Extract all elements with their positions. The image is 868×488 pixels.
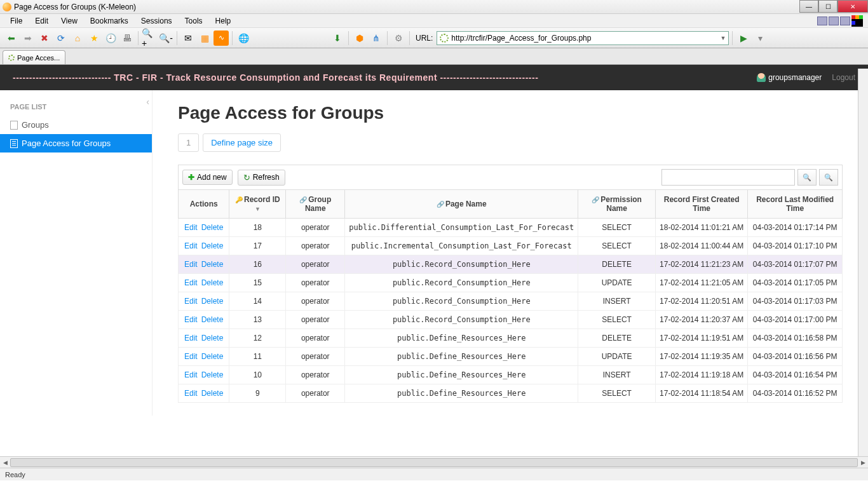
history-button[interactable]: 🕘	[103, 30, 118, 46]
edit-link[interactable]: Edit	[182, 334, 200, 342]
col-group-name[interactable]: 🔗Group Name	[286, 190, 345, 219]
thumb-icon[interactable]	[840, 17, 850, 25]
edit-link[interactable]: Edit	[182, 223, 200, 232]
delete-link[interactable]: Delete	[200, 315, 226, 324]
delete-link[interactable]: Delete	[200, 389, 226, 398]
col-created[interactable]: Record First Created Time	[655, 190, 747, 219]
logout-link[interactable]: Logout	[832, 73, 855, 82]
edit-link[interactable]: Edit	[182, 297, 200, 306]
edit-link[interactable]: Edit	[182, 352, 200, 361]
cell-actions: EditDelete	[179, 237, 229, 255]
menu-sessions[interactable]: Sessions	[136, 15, 177, 27]
page-icon[interactable]: ▦	[197, 30, 212, 46]
dropdown-icon[interactable]: ▼	[720, 35, 726, 41]
cell-perm: INSERT	[578, 366, 656, 384]
horizontal-scrollbar[interactable]: ◀ ▶	[0, 456, 868, 468]
search-user-button[interactable]: 🔍	[819, 169, 838, 186]
search-input[interactable]	[661, 169, 795, 186]
edit-link[interactable]: Edit	[182, 370, 200, 379]
minimize-button[interactable]: —	[799, 0, 818, 13]
globe-icon[interactable]: 🌐	[236, 30, 251, 46]
col-actions[interactable]: Actions	[179, 190, 229, 219]
print-button[interactable]: 🖶	[119, 30, 135, 46]
delete-link[interactable]: Delete	[200, 241, 226, 250]
edit-link[interactable]: Edit	[182, 241, 200, 250]
close-button[interactable]: ✕	[837, 0, 868, 13]
sidebar-item-page-access[interactable]: Page Access for Groups	[0, 134, 152, 152]
col-modified[interactable]: Record Last Modified Time	[748, 190, 843, 219]
col-record-id[interactable]: 🔑Record ID ▼	[229, 190, 286, 219]
edit-link[interactable]: Edit	[182, 278, 200, 287]
statusbar: Ready	[0, 468, 868, 480]
add-new-button[interactable]: ✚Add new	[182, 170, 233, 185]
favorites-button[interactable]: ★	[86, 30, 102, 46]
cell-created: 17-02-2014 11:21:23 AM	[655, 255, 747, 274]
sidebar-item-groups[interactable]: Groups	[0, 116, 152, 134]
cell-actions: EditDelete	[179, 219, 229, 237]
home-button[interactable]: ⌂	[70, 30, 85, 46]
settings-icon[interactable]: ⚙	[391, 30, 406, 46]
menu-tools[interactable]: Tools	[180, 15, 208, 27]
zoom-in-button[interactable]: 🔍+	[142, 30, 157, 46]
delete-link[interactable]: Delete	[200, 260, 226, 269]
key-icon: 🔑	[235, 196, 243, 203]
vertical-scrollbar[interactable]	[858, 69, 868, 464]
bug-icon[interactable]: ⬢	[352, 30, 367, 46]
define-page-size-button[interactable]: Define page size	[203, 133, 281, 152]
scroll-thumb[interactable]	[10, 458, 858, 467]
fullscreen-icon[interactable]	[851, 15, 863, 27]
cell-page: public.Record_Consumption_Here	[345, 311, 578, 329]
thumb-icon[interactable]	[829, 17, 839, 25]
scroll-left-icon[interactable]: ◀	[0, 457, 10, 468]
menu-icon[interactable]: ▾	[752, 30, 768, 46]
back-button[interactable]: ⬅	[4, 30, 19, 46]
col-permission[interactable]: 🔗Permission Name	[578, 190, 656, 219]
menu-help[interactable]: Help	[210, 15, 236, 27]
menu-edit[interactable]: Edit	[30, 15, 53, 27]
table-row: EditDelete14operatorpublic.Record_Consum…	[179, 292, 843, 311]
cell-id: 18	[229, 219, 286, 237]
cell-group: operator	[286, 366, 345, 384]
url-bar[interactable]: http://trcfir/Page_Access_for_Groups.php…	[437, 31, 729, 45]
delete-link[interactable]: Delete	[200, 352, 226, 361]
zoom-out-button[interactable]: 🔍-	[158, 30, 173, 46]
go-button[interactable]: ▶	[736, 30, 751, 46]
share-icon[interactable]: ⋔	[369, 30, 384, 46]
refresh-button[interactable]: ↻Refresh	[238, 170, 285, 186]
edit-link[interactable]: Edit	[182, 389, 200, 398]
browser-tab[interactable]: Page Acces...	[3, 50, 65, 64]
delete-link[interactable]: Delete	[200, 370, 226, 379]
table-row: EditDelete12operatorpublic.Define_Resour…	[179, 329, 843, 348]
cell-page: public.Incremental_Consumption_Last_For_…	[345, 237, 578, 255]
edit-link[interactable]: Edit	[182, 315, 200, 324]
menu-file[interactable]: File	[5, 15, 27, 27]
reload-button[interactable]: ⟳	[53, 30, 69, 46]
maximize-button[interactable]: ☐	[818, 0, 837, 13]
mail-icon[interactable]: ✉	[180, 30, 196, 46]
rss-icon[interactable]: ∿	[214, 30, 229, 46]
cell-perm: UPDATE	[578, 348, 656, 366]
thumb-icon[interactable]	[817, 17, 827, 25]
forward-button[interactable]: ➡	[20, 30, 36, 46]
menubar: File Edit View Bookmarks Sessions Tools …	[0, 14, 868, 28]
delete-link[interactable]: Delete	[200, 334, 226, 342]
edit-link[interactable]: Edit	[182, 260, 200, 269]
stop-button[interactable]: ✖	[37, 30, 52, 46]
sidebar-title: PAGE LIST	[0, 98, 152, 116]
col-page-name[interactable]: 🔗Page Name	[345, 190, 578, 219]
menu-bookmarks[interactable]: Bookmarks	[85, 15, 133, 27]
app-title: ------------------------------ TRC - FIR…	[13, 72, 538, 83]
pager-page-1[interactable]: 1	[178, 133, 199, 152]
table-row: EditDelete17operatorpublic.Incremental_C…	[179, 237, 843, 255]
download-icon[interactable]: ⬇	[330, 30, 345, 46]
menu-view[interactable]: View	[56, 15, 83, 27]
table-row: EditDelete9operatorpublic.Define_Resourc…	[179, 384, 843, 403]
delete-link[interactable]: Delete	[200, 297, 226, 306]
sidebar-item-label: Page Access for Groups	[22, 139, 111, 148]
delete-link[interactable]: Delete	[200, 278, 226, 287]
scroll-right-icon[interactable]: ▶	[858, 457, 868, 468]
username[interactable]: groupsmanager	[757, 73, 822, 83]
sidebar-collapse-icon[interactable]: ‹	[146, 97, 149, 107]
search-button[interactable]: 🔍	[797, 169, 817, 186]
delete-link[interactable]: Delete	[200, 223, 226, 232]
